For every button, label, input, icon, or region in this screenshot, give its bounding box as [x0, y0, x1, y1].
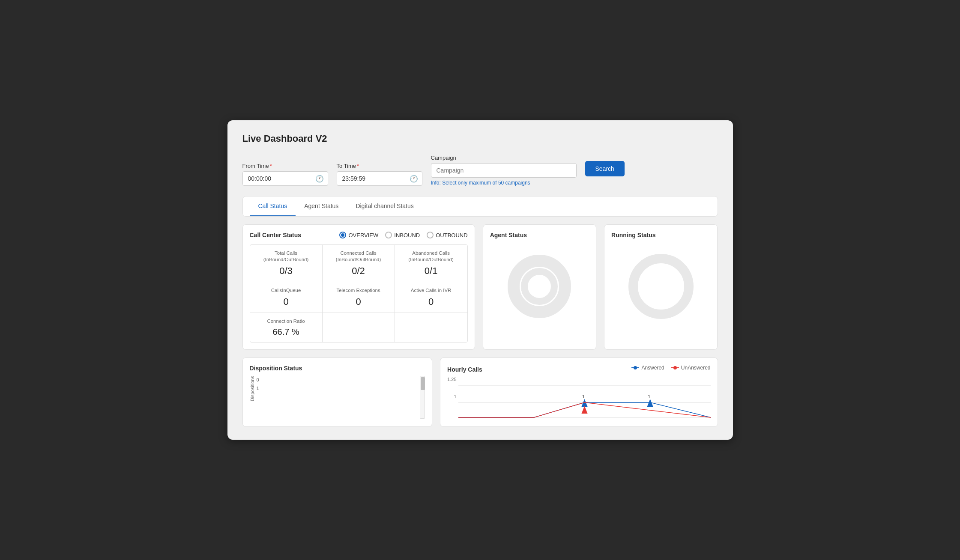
radio-inbound[interactable]: INBOUND — [385, 232, 420, 238]
answered-legend-line — [631, 367, 639, 368]
stat-calls-in-queue-value: 0 — [254, 296, 318, 307]
svg-marker-8 — [581, 406, 587, 414]
stats-grid: Total Calls (InBound/OutBound) 0/3 Conne… — [250, 244, 468, 343]
call-center-header: Call Center Status OVERVIEW INBOUND — [250, 232, 468, 238]
tab-digital-channel-status[interactable]: Digital channel Status — [347, 197, 422, 216]
radio-circle-outbound — [427, 232, 434, 238]
radio-overview[interactable]: OVERVIEW — [339, 232, 378, 238]
disposition-y-axis-values: 0 1 — [257, 376, 259, 393]
campaign-group: Campaign Info: Select only maximum of 50… — [431, 155, 577, 186]
search-button[interactable]: Search — [585, 161, 625, 176]
svg-point-1 — [524, 271, 554, 301]
agent-status-title: Agent Status — [490, 232, 589, 238]
agent-status-donut-container — [490, 244, 589, 329]
campaign-label: Campaign — [431, 155, 577, 161]
stat-connection-ratio: Connection Ratio 66.7 % — [250, 313, 323, 342]
page-title: Live Dashboard V2 — [242, 133, 718, 144]
stat-total-calls-value: 0/3 — [254, 265, 318, 277]
legend-unanswered: UnAnswered — [671, 365, 711, 371]
hourly-calls-card: Hourly Calls Answered UnAnswered 1.25 1 — [440, 357, 718, 427]
from-time-group: From Time* 🕐 — [242, 163, 328, 186]
campaign-input[interactable] — [431, 163, 577, 178]
radio-circle-overview — [339, 232, 346, 238]
call-center-status-card: Call Center Status OVERVIEW INBOUND — [242, 224, 475, 350]
stat-total-calls: Total Calls (InBound/OutBound) 0/3 — [250, 245, 323, 282]
hourly-chart-wrap: 1.25 1 1 — [447, 377, 710, 420]
unanswered-legend-line — [671, 367, 679, 368]
stat-calls-in-queue-label: CallsInQueue — [254, 287, 318, 294]
hourly-legend: Answered UnAnswered — [631, 365, 710, 371]
radio-circle-inbound — [385, 232, 392, 238]
disposition-status-title: Disposition Status — [250, 365, 425, 372]
tab-agent-status[interactable]: Agent Status — [296, 197, 347, 216]
radio-group: OVERVIEW INBOUND OUTBOUND — [339, 232, 467, 238]
disposition-content: Dispositions 0 1 — [250, 376, 425, 419]
stat-connection-ratio-label: Connection Ratio — [254, 318, 318, 325]
from-time-input[interactable] — [242, 171, 328, 186]
stat-connected-calls: Connected Calls (InBound/OutBound) 0/2 — [323, 245, 395, 282]
to-time-group: To Time* 🕐 — [337, 163, 422, 186]
svg-text:1: 1 — [648, 394, 651, 399]
campaign-info: Info: Select only maximum of 50 campaign… — [431, 180, 577, 186]
hourly-calls-title: Hourly Calls — [447, 366, 482, 373]
disposition-y-axis-label: Dispositions — [250, 376, 255, 401]
stat-empty-1 — [323, 313, 395, 342]
to-time-input-wrap: 🕐 — [337, 171, 422, 186]
disposition-status-card: Disposition Status Dispositions 0 1 — [242, 357, 433, 427]
stat-abandoned-calls-label: Abandoned Calls (InBound/OutBound) — [399, 250, 463, 263]
tabs-container: Call Status Agent Status Digital channel… — [242, 196, 718, 217]
filters-row: From Time* 🕐 To Time* 🕐 Campaign Info: S… — [242, 155, 718, 186]
legend-answered: Answered — [631, 365, 664, 371]
stat-telecom-exceptions: Telecom Exceptions 0 — [323, 282, 395, 313]
svg-text:1: 1 — [582, 394, 585, 399]
agent-status-card: Agent Status — [483, 224, 596, 350]
stat-connected-calls-label: Connected Calls (InBound/OutBound) — [327, 250, 390, 263]
svg-point-2 — [633, 259, 689, 314]
running-status-title: Running Status — [611, 232, 710, 238]
to-time-label: To Time* — [337, 163, 422, 169]
to-time-input[interactable] — [337, 171, 422, 186]
tab-call-status[interactable]: Call Status — [250, 197, 296, 216]
running-status-donut — [627, 252, 695, 321]
stat-total-calls-label: Total Calls (InBound/OutBound) — [254, 250, 318, 263]
stat-connection-ratio-value: 66.7 % — [254, 327, 318, 337]
stat-telecom-exceptions-label: Telecom Exceptions — [327, 287, 390, 294]
stat-active-calls-ivr-value: 0 — [399, 296, 463, 307]
stat-active-calls-ivr-label: Active Calls in IVR — [399, 287, 463, 294]
main-container: Live Dashboard V2 From Time* 🕐 To Time* … — [227, 120, 733, 440]
from-time-input-wrap: 🕐 — [242, 171, 328, 186]
running-status-donut-container — [611, 244, 710, 329]
bottom-row: Disposition Status Dispositions 0 1 Hour… — [242, 357, 718, 427]
stat-abandoned-calls: Abandoned Calls (InBound/OutBound) 0/1 — [395, 245, 467, 282]
stat-abandoned-calls-value: 0/1 — [399, 265, 463, 277]
disposition-scrollbar[interactable] — [420, 376, 425, 419]
agent-status-donut — [505, 252, 574, 321]
stat-active-calls-ivr: Active Calls in IVR 0 — [395, 282, 467, 313]
from-time-label: From Time* — [242, 163, 328, 169]
stat-connected-calls-value: 0/2 — [327, 265, 390, 277]
hourly-calls-chart: 1 1 — [458, 377, 711, 420]
call-center-title: Call Center Status — [250, 232, 302, 238]
running-status-card: Running Status — [604, 224, 718, 350]
scrollbar-thumb — [421, 377, 425, 390]
hourly-y-axis: 1.25 1 — [447, 377, 456, 399]
stat-calls-in-queue: CallsInQueue 0 — [250, 282, 323, 313]
stat-empty-2 — [395, 313, 467, 342]
stat-telecom-exceptions-value: 0 — [327, 296, 390, 307]
tabs-list: Call Status Agent Status Digital channel… — [250, 197, 711, 216]
radio-outbound[interactable]: OUTBOUND — [427, 232, 467, 238]
cards-row: Call Center Status OVERVIEW INBOUND — [242, 224, 718, 350]
